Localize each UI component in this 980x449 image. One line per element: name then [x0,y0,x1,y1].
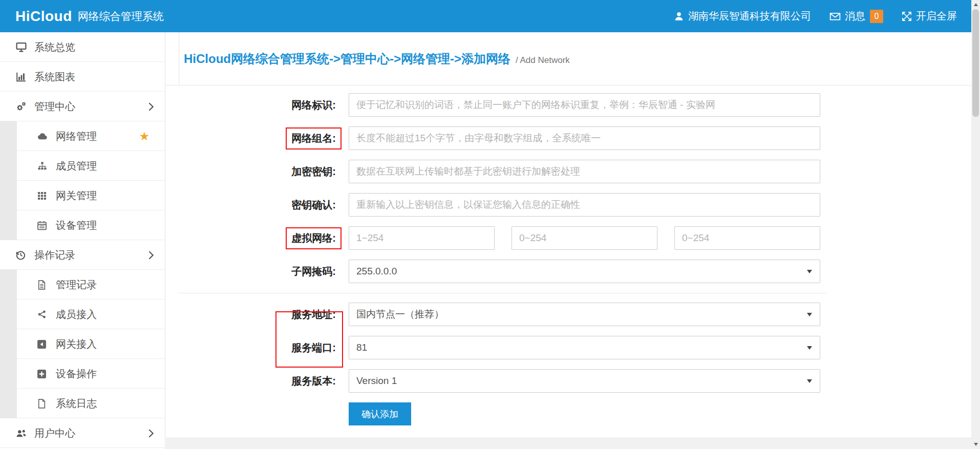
messages-menu[interactable]: 消息 0 [829,9,883,23]
section-divider [179,293,827,293]
form-row-encryption-key: 加密密钥: [166,160,971,183]
form-row-key-confirm: 密钥确认: [166,193,971,217]
sidebar-item-member-mgmt[interactable]: 成员管理 [0,151,165,181]
chevron-right-icon [148,429,154,438]
network-group-name-input[interactable] [349,126,820,150]
encryption-key-input[interactable] [349,160,820,183]
sidebar-item-system-logs[interactable]: 系统日志 [0,389,165,418]
calendar-icon [37,221,52,230]
favorite-star-icon[interactable]: ★ [139,130,150,143]
brand-logo: HiCloud [15,8,72,25]
service-address-select[interactable]: 国内节点一（推荐） [349,303,820,326]
subnet-mask-value: 255.0.0.0 [356,266,397,277]
sidebar-item-device-mgmt[interactable]: 设备管理 [0,210,165,240]
field-label-service-port: 服务端口: [166,341,349,355]
field-label-key-confirm: 密钥确认: [166,198,349,212]
fullscreen-button[interactable]: 开启全屏 [902,9,957,23]
sidebar-item-label: 成员接入 [56,308,97,322]
red-annotation-box: 网络组名: [286,127,342,149]
field-label-network-id: 网络标识: [166,98,349,112]
sidebar-item-label: 操作记录 [34,248,75,262]
form-row-network-group-name: 网络组名: [166,126,971,150]
sitemap-icon [37,161,52,170]
sidebar-item-user-center[interactable]: 用户中心 [0,418,165,448]
bar-chart-icon [15,72,31,82]
fullscreen-label: 开启全屏 [916,9,957,23]
grid-icon [37,191,52,200]
scroll-down-icon [974,443,978,448]
sidebar-item-label: 网关管理 [56,189,97,203]
sidebar-item-member-access[interactable]: 成员接入 [0,300,165,329]
breadcrumb-suffix: / Add Network [516,55,570,66]
system-name: 网络综合管理系统 [78,9,164,24]
sidebar-nav: 系统总览 系统图表 管理中心 [0,32,165,449]
confirm-add-button[interactable]: 确认添加 [349,402,411,425]
sidebar-item-admin-center[interactable]: 管理中心 [0,92,165,121]
top-header: HiCloud 网络综合管理系统 湖南华辰智通科技有限公司 消息 0 开启全屏 [0,0,971,32]
dropdown-caret-icon [807,379,812,386]
file-icon [37,399,52,409]
dropdown-caret-icon [807,270,812,276]
envelope-icon [829,11,841,22]
desktop-icon [15,42,31,52]
red-annotation-box: 虚拟网络: [286,227,342,249]
dropdown-caret-icon [807,346,812,352]
form-row-service-port: 服务端口: 81 [166,336,971,359]
key-confirm-input[interactable] [349,193,820,217]
breadcrumb-path: HiCloud网络综合管理系统->管理中心->网络管理->添加网络 [184,51,510,67]
sidebar-item-system-overview[interactable]: 系统总览 [0,32,165,62]
virtual-network-octet1-input[interactable] [349,226,495,250]
sidebar-item-label: 系统图表 [34,70,75,84]
user-icon [674,11,684,22]
scroll-down-button[interactable] [971,440,980,449]
chevron-right-icon [148,251,154,260]
company-menu[interactable]: 湖南华辰智通科技有限公司 [674,9,811,23]
sidebar-item-label: 设备操作 [56,367,97,381]
service-port-select[interactable]: 81 [349,336,820,359]
sidebar-item-system-charts[interactable]: 系统图表 [0,62,165,92]
sidebar-item-label: 管理记录 [56,278,97,292]
vertical-scrollbar[interactable] [971,0,980,449]
service-version-value: Version 1 [356,375,397,387]
scrollbar-thumb[interactable] [972,9,979,117]
page-footer-background [166,438,971,449]
service-port-value: 81 [356,342,367,353]
subnet-mask-select[interactable]: 255.0.0.0 [349,260,820,283]
company-name: 湖南华辰智通科技有限公司 [688,9,811,23]
field-label-service-address: 服务地址: [166,308,349,322]
fullscreen-expand-icon [902,11,912,22]
sidebar-item-device-operations[interactable]: 设备操作 [0,359,165,389]
main-content: HiCloud网络综合管理系统->管理中心->网络管理->添加网络 / Add … [166,32,971,449]
breadcrumb: HiCloud网络综合管理系统->管理中心->网络管理->添加网络 / Add … [166,32,971,85]
sidebar-item-label: 系统日志 [56,397,97,411]
plus-square-icon [37,369,52,379]
sidebar-item-label: 网关接入 [56,337,97,351]
virtual-network-octet2-input[interactable] [512,226,657,250]
network-id-input[interactable] [349,93,820,117]
history-icon [15,250,31,260]
field-label-network-group-name: 网络组名: [291,133,336,144]
form-row-service-version: 服务版本: Version 1 [166,369,971,393]
service-version-select[interactable]: Version 1 [349,369,820,393]
dropdown-caret-icon [807,313,812,319]
messages-label: 消息 [845,9,865,23]
users-icon [15,429,31,438]
sidebar-item-operation-records[interactable]: 操作记录 [0,240,165,270]
scroll-up-button[interactable] [971,0,980,9]
sidebar-item-label: 用户中心 [34,426,75,440]
add-network-form: 网络标识: 网络组名: 加密密钥: 密钥确认: [166,85,971,425]
form-row-virtual-network: 虚拟网络: [166,226,971,250]
sidebar-item-admin-records[interactable]: 管理记录 [0,270,165,300]
virtual-network-octet3-input[interactable] [674,226,820,250]
sidebar-item-network-mgmt[interactable]: 网络管理 ★ [0,121,165,151]
field-label-virtual-network: 虚拟网络: [291,232,336,244]
field-label-encryption-key: 加密密钥: [166,165,349,179]
sidebar-item-gateway-mgmt[interactable]: 网关管理 [0,181,165,210]
sidebar-item-label: 设备管理 [56,219,97,232]
share-icon [37,310,52,319]
sidebar-item-gateway-access[interactable]: 网关接入 [0,329,165,359]
caret-square-left-icon [37,339,52,349]
field-label-service-version: 服务版本: [166,374,349,388]
sidebar-item-label: 系统总览 [34,40,75,54]
sidebar-item-label: 网络管理 [56,130,97,143]
